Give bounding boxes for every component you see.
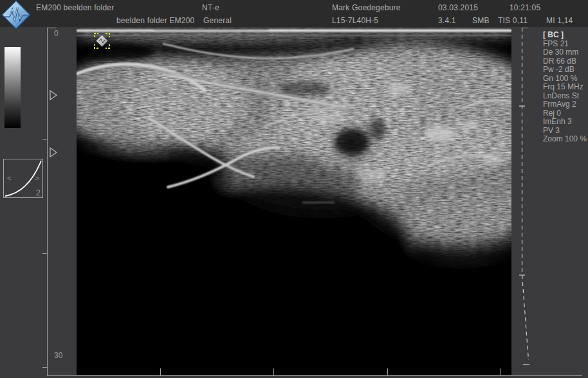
software-version: 3.4.1 — [438, 16, 456, 25]
study-title: EM200 beelden folder — [36, 3, 114, 12]
depth-tick-10 — [42, 140, 48, 140]
ultrasound-image[interactable] — [77, 28, 511, 375]
width-tick — [500, 368, 501, 375]
imaging-parameters: [ BC ] FPS 21 De 30 mm DR 66 dB Pw -2 dB… — [543, 31, 588, 144]
param-zoom: Zoom 100 % — [543, 135, 588, 144]
folder-name: beelden folder EM200 — [116, 16, 194, 25]
active-frame-marker-icon — [94, 33, 110, 49]
ultrasound-app-window: { "header": { "row1": { "title": "EM200 … — [0, 0, 588, 378]
param-line-density: LnDens St — [543, 92, 588, 101]
param-rejection: Rej 0 — [543, 109, 588, 118]
width-tick — [273, 368, 274, 375]
width-tick — [387, 368, 388, 375]
param-power: Pw -2 dB — [543, 66, 588, 75]
param-gain: Gn 100 % — [543, 75, 588, 84]
focus-marker-icon[interactable] — [50, 90, 57, 100]
param-dynamic-range: DR 66 dB — [543, 57, 588, 66]
depth-label-bottom: 30 — [54, 351, 62, 360]
depth-label-top: 0 — [54, 29, 59, 38]
param-pv: PV 3 — [543, 127, 588, 136]
patient-name: Mark Goedegebure — [332, 3, 401, 12]
param-image-enhance: ImEnh 3 — [543, 118, 588, 127]
probe-name: L15-7L40H-5 — [332, 16, 378, 25]
param-fps: FPS 21 — [543, 40, 588, 49]
mode-header: [ BC ] — [543, 31, 588, 40]
param-depth: De 30 mm — [543, 48, 588, 57]
gamma-prev-button[interactable]: < — [7, 175, 11, 182]
width-ruler — [47, 375, 582, 376]
depth-tick-0 — [47, 28, 56, 28]
top-bar: EM200 beelden folder NT-e Mark Goedegebu… — [0, 0, 588, 27]
depth-tick-30 — [42, 367, 48, 368]
gamma-curve-value: 2 — [36, 188, 41, 197]
param-frame-avg: FrmAvg 2 — [543, 100, 588, 109]
param-frequency: Frq 15 MHz — [543, 83, 588, 92]
app-logo-icon — [1, 0, 32, 30]
exam-time: 10:21:05 — [510, 3, 540, 12]
focus-marker-icon[interactable] — [50, 147, 57, 158]
smb-indicator: SMB — [472, 16, 490, 25]
depth-ruler — [47, 28, 48, 375]
exam-type: General — [203, 16, 232, 25]
preset-name: NT-e — [202, 3, 219, 12]
gamma-curve-panel: < > 2 — [3, 159, 43, 198]
mi-value: MI 1,14 — [546, 16, 573, 25]
width-tick — [160, 368, 161, 375]
gamma-next-button[interactable]: > — [35, 175, 39, 182]
tis-value: TIS 0,11 — [498, 16, 528, 25]
depth-tick-20 — [42, 253, 48, 254]
exam-date: 03.03.2015 — [438, 3, 478, 12]
grayscale-bar — [5, 47, 21, 128]
tgc-gain-curve[interactable] — [515, 28, 535, 370]
